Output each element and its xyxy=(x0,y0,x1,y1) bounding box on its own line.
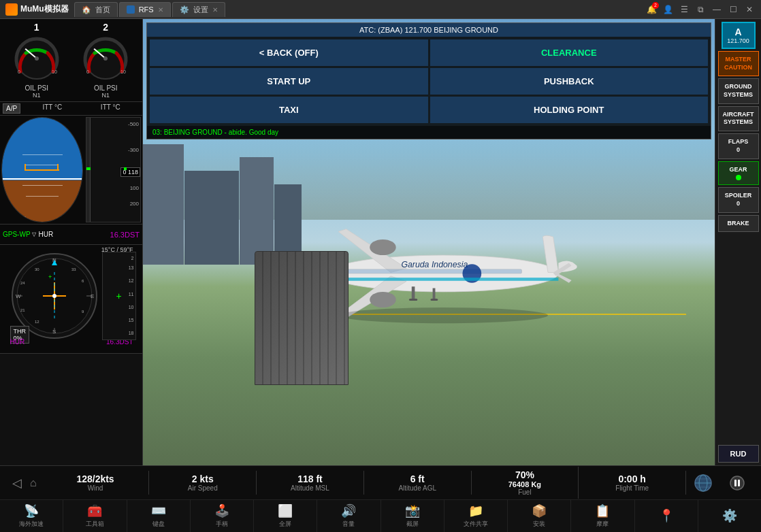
taskbar-speedup[interactable]: 📡 海外加速 xyxy=(0,500,63,532)
ground-systems-btn[interactable]: GROUND SYSTEMS xyxy=(718,78,759,103)
fuel-label: Fuel xyxy=(474,488,576,496)
tab-rfs[interactable]: RFS ✕ xyxy=(119,2,171,17)
svg-text:10: 10 xyxy=(120,69,126,74)
engine2-number: 2 xyxy=(103,22,108,33)
atc-pushback-btn[interactable]: PUSHBACK xyxy=(430,68,709,95)
atc-message: 03: BEIJING GROUND - abide. Good day xyxy=(147,126,711,139)
alt-tick-500: -500 xyxy=(128,121,139,127)
fullscreen-label: 全屏 xyxy=(279,520,291,529)
atc-panel: ATC: (ZBAA) 121.700 BEIJING GROUND < BAC… xyxy=(146,22,711,139)
maximize-btn[interactable]: ☐ xyxy=(727,3,739,16)
window-controls: 🔔2 👤 ☰ ⧉ — ☐ ✕ xyxy=(645,3,756,16)
vertical-instruments: -500 -300 0 118 100 200 xyxy=(84,116,142,224)
flight-time-value: 0:00 h xyxy=(581,473,683,484)
engine-gauges: 1 xyxy=(0,19,142,102)
multiwindow-icon[interactable]: ⧉ xyxy=(694,3,707,16)
user-icon[interactable]: 👤 xyxy=(662,3,674,16)
emulator-title: MuMu模拟器 xyxy=(20,3,69,15)
spoiler-btn[interactable]: SPOILER 0 xyxy=(718,187,759,212)
jetway xyxy=(255,251,349,385)
taskbar-install[interactable]: 📦 安装 xyxy=(508,500,571,532)
fileshare-icon: 📁 xyxy=(468,503,483,518)
tab-settings-close[interactable]: ✕ xyxy=(212,6,218,14)
taskbar-fileshare[interactable]: 📁 文件共享 xyxy=(444,500,508,532)
flight-view: Garuda Indonesia ATC: (ZBAA) 121 xyxy=(143,19,715,465)
svg-rect-43 xyxy=(431,299,438,301)
aircraft-systems-btn[interactable]: AIRCRAFT SYSTEMS xyxy=(718,106,759,131)
svg-point-34 xyxy=(370,292,396,307)
atc-startup-btn[interactable]: START UP xyxy=(150,68,428,95)
taskbar-location[interactable]: 📍 xyxy=(635,500,698,532)
engine2-oil-label: OIL PSI xyxy=(94,84,118,92)
atc-taxi-btn[interactable]: TAXI xyxy=(150,97,428,123)
dst-top: 16.3DST xyxy=(110,231,140,239)
atc-clearance-btn[interactable]: CLEARANCE xyxy=(430,39,709,66)
taskbar-tools[interactable]: 🧰 工具箱 xyxy=(63,500,127,532)
rud-btn[interactable]: RUD xyxy=(718,445,759,463)
home-button[interactable]: ⌂ xyxy=(30,477,37,489)
controller-label: 手柄 xyxy=(216,520,228,529)
notify-icon[interactable]: 🔔2 xyxy=(645,3,658,16)
engine2-n1: N1 xyxy=(101,92,110,99)
map-button[interactable] xyxy=(686,473,720,493)
gps-section: GPS-WP ▽ HUR 16.3DST xyxy=(0,225,142,245)
pause-icon xyxy=(729,475,745,491)
tab-home[interactable]: 🏠 首页 xyxy=(74,2,118,17)
engine2-gauge: 2 0 10 OIL PSI N1 xyxy=(72,22,140,99)
svg-rect-41 xyxy=(409,299,417,301)
airspeed-label: Air Speed xyxy=(152,484,253,492)
screenshot-label: 截屏 xyxy=(406,520,419,529)
tab-rfs-close[interactable]: ✕ xyxy=(158,6,163,14)
emulator-logo: MuMu模拟器 xyxy=(5,3,69,16)
nav-arrows: ◁ ⌂ xyxy=(7,476,42,491)
thr-label: THR xyxy=(14,328,27,335)
taskbar-fullscreen[interactable]: ⬜ 全屏 xyxy=(254,500,317,532)
tools-label: 工具箱 xyxy=(86,520,104,529)
atc-holding-btn[interactable]: HOLDING POINT xyxy=(430,97,709,123)
keyboard-label: 键盘 xyxy=(152,520,165,529)
tab-settings-label: 设置 xyxy=(193,5,208,15)
svg-point-2 xyxy=(35,56,39,61)
master-caution-btn[interactable]: MASTER CAUTION xyxy=(718,51,759,76)
tab-settings[interactable]: ⚙️ 设置 ✕ xyxy=(172,2,225,17)
taskbar-keyboard[interactable]: ⌨️ 键盘 xyxy=(127,500,191,532)
svg-text:Garuda Indonesia: Garuda Indonesia xyxy=(401,260,468,269)
gear-indicator-dot xyxy=(736,175,741,180)
svg-point-35 xyxy=(370,239,396,255)
engine1-oil-psi: 0 10 xyxy=(12,34,61,83)
atc-title-text: ATC: (ZBAA) 121.700 BEIJING GROUND xyxy=(359,26,498,34)
taskbar-extras[interactable]: 📋 摩摩 xyxy=(571,500,634,532)
svg-text:0: 0 xyxy=(18,69,20,74)
taskbar-settings[interactable]: ⚙️ xyxy=(698,500,761,532)
svg-text:0: 0 xyxy=(86,69,89,74)
atc-back-btn[interactable]: < BACK (OFF) xyxy=(150,39,428,66)
globe-icon xyxy=(694,473,713,493)
install-icon: 📦 xyxy=(532,503,547,518)
pause-button[interactable] xyxy=(720,475,754,491)
itt1-label: ITT °C xyxy=(42,103,62,114)
gear-btn[interactable]: GEAR xyxy=(718,161,759,186)
svg-point-44 xyxy=(338,307,548,323)
flaps-btn[interactable]: FLAPS 0 xyxy=(718,133,759,159)
minimize-btn[interactable]: — xyxy=(711,3,723,16)
fuel-value: 70% xyxy=(474,469,576,480)
taskbar-volume[interactable]: 🔊 音量 xyxy=(317,500,380,532)
flaps-value: 0 xyxy=(736,146,740,153)
taskbar-screenshot[interactable]: 📸 截屏 xyxy=(381,500,444,532)
back-arrow[interactable]: ◁ xyxy=(12,476,22,491)
svg-point-7 xyxy=(103,56,108,61)
ai-markings xyxy=(2,118,82,222)
taskbar-controller[interactable]: 🕹️ 手柄 xyxy=(191,500,254,532)
location-icon: 📍 xyxy=(659,508,674,523)
fuel-status: 70% 76408 Kg Fuel xyxy=(472,467,579,499)
fileshare-label: 文件共享 xyxy=(464,520,488,529)
extras-label: 摩摩 xyxy=(596,520,609,529)
brake-btn[interactable]: BRAKE xyxy=(718,215,759,233)
menu-icon[interactable]: ☰ xyxy=(678,3,690,16)
atc-freq-indicator[interactable]: A 121.700 xyxy=(722,22,756,49)
speedup-label: 海外加速 xyxy=(19,520,44,529)
atc-indicator-freq: 121.700 xyxy=(727,37,749,44)
svg-rect-51 xyxy=(734,480,736,486)
fuel-weight: 76408 Kg xyxy=(474,480,576,488)
close-btn[interactable]: ✕ xyxy=(743,3,756,16)
